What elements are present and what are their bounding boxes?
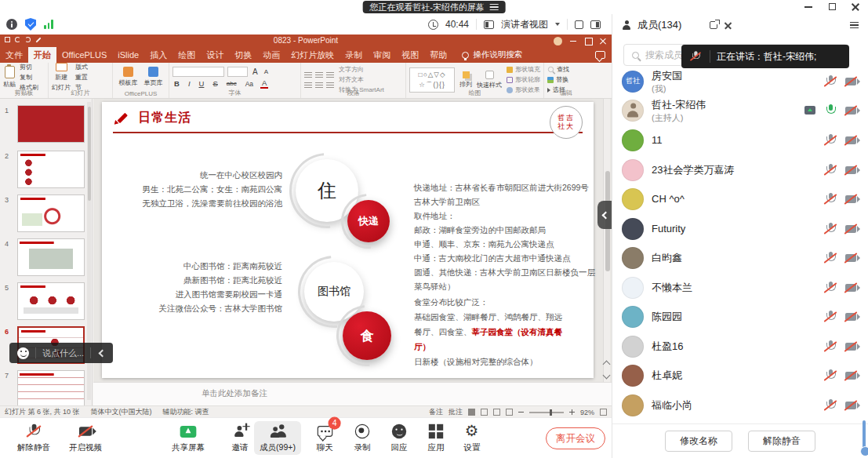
rename-button[interactable]: 修改名称 [665,431,732,452]
font-size-box[interactable] [227,67,248,77]
security-shield-icon[interactable] [25,18,36,31]
watching-banner[interactable]: 您正在观看哲社-宋绍伟的屏幕 [362,1,506,13]
tab-transitions[interactable]: 切换 [229,47,257,63]
slide-thumbnail-4[interactable] [17,238,85,276]
numbering-icon[interactable] [315,72,323,79]
find-button[interactable]: 查找 [557,65,569,74]
leave-meeting-button[interactable]: 离开会议 [546,427,605,449]
reset-button[interactable]: 重置 [75,73,88,82]
slide-thumbnail-3[interactable] [17,194,85,232]
new-slide-button[interactable]: 新建 幻灯片 [52,63,71,92]
toolbar-share-screen[interactable]: 共享屏幕 [166,423,210,453]
tab-record[interactable]: 录制 [340,47,368,63]
strikethrough-button[interactable]: abc [225,80,238,87]
underline-button[interactable]: U [198,79,206,88]
shadow-button[interactable]: S [211,79,219,88]
tab-review[interactable]: 审阅 [368,47,396,63]
text-direction-button[interactable]: 文字方向 [339,65,364,74]
ppt-close-button[interactable] [599,37,607,45]
slide-sorter-view-icon[interactable] [481,409,488,416]
arrange-button[interactable]: 排列 [459,71,472,89]
paste-button[interactable]: 粘贴 [3,66,16,89]
reaction-input-bar[interactable]: 说点什么... [9,343,113,363]
quick-styles-button[interactable]: 快速样式 [477,71,502,89]
page-library-button[interactable]: 单页库 [144,67,163,87]
comments-bubble-icon[interactable] [595,51,605,59]
toolbar-invite[interactable]: 邀请 [223,423,257,453]
shrink-font-button[interactable]: A [263,68,270,75]
member-row[interactable]: 不懒本兰 [612,273,868,302]
view-mode-caret[interactable] [555,23,560,26]
member-row[interactable]: 杜卓妮 [612,361,868,390]
restore-button[interactable] [827,2,837,11]
toolbar-start-video[interactable]: 开启视频 [66,423,105,453]
font-color-button[interactable]: A [260,78,268,89]
smiley-icon[interactable] [17,347,29,359]
toolbar-unmute[interactable]: 解除静音 [14,423,53,453]
slide-thumbnail-1[interactable] [17,105,85,143]
member-row[interactable]: 杜盈16 [612,332,868,361]
fit-to-window-icon[interactable] [600,409,607,416]
panel-menu-icon[interactable] [850,22,859,28]
view-mode-label[interactable]: 演讲者视图 [501,18,548,31]
align-text-button[interactable]: 对齐文本 [339,75,364,84]
tab-animations[interactable]: 动画 [257,47,285,63]
bold-button[interactable]: B [173,79,181,88]
indent-icon[interactable] [326,72,334,79]
circle-express[interactable]: 快递 [347,200,390,242]
panel-collapse-tab[interactable] [597,201,612,229]
notes-toggle[interactable]: 备注 [429,407,443,417]
canteen-text-block[interactable]: 食堂分布比较广泛： 基础园食堂、湖畔餐厅、鸿鹄餐厅、翔远 餐厅、四食堂、莘子园食… [414,295,602,369]
member-row[interactable]: Futurity [612,214,868,243]
popout-panel-icon[interactable] [710,21,717,29]
express-text-block[interactable]: 快递地址：吉林省长春市朝阳区前进大街2699号 吉林大学前卫南区 取件地址： 邮… [414,180,602,293]
close-button[interactable] [851,2,860,11]
panel-scrollbar[interactable] [863,420,866,452]
member-row[interactable]: 11 [612,125,868,154]
member-row[interactable]: 23社会学类万嘉涛 [612,155,868,184]
slide-canvas[interactable]: 日常生活 哲吉 社大 统一在中心校区校园内 男生：北苑二公寓；女生：南苑四公寓 … [102,102,594,378]
tab-home[interactable]: 开始 [28,47,56,63]
tab-islide[interactable]: iSlide [112,47,144,63]
member-row[interactable]: 白昀鑫 [612,243,868,272]
ppt-minimize-button[interactable] [569,37,577,45]
club-badge[interactable]: 哲吉 社大 [550,106,583,139]
tab-slideshow[interactable]: 幻灯片放映 [285,47,340,63]
side-panel-icon[interactable] [590,20,601,29]
slide-thumbnail-7[interactable] [17,370,85,405]
tab-view[interactable]: 视图 [396,47,424,63]
toolbar-settings[interactable]: ⚙ 设置 [455,423,489,453]
shape-fill-button[interactable]: 形状填充 [515,65,540,74]
housing-text-block[interactable]: 统一在中心校区校园内 男生：北苑二公寓；女生：南苑四公寓 无独立卫浴，洗澡需要前… [118,168,282,210]
reading-view-icon[interactable] [493,409,500,416]
slide-thumbnail-5[interactable] [17,282,85,320]
member-row-host[interactable]: 哲社-宋绍伟(主持人) [612,96,868,125]
tell-me-search[interactable]: 操作说明搜索 [462,47,522,63]
tab-insert[interactable]: 插入 [144,47,173,63]
font-name-box[interactable] [173,67,224,77]
minimize-button[interactable] [804,2,813,11]
account-avatar[interactable] [554,37,562,45]
toolbar-apps[interactable]: 应用 [419,423,453,453]
layout-button[interactable]: 版式 [75,63,88,71]
change-case-button[interactable]: Aa [244,80,255,88]
circle-food[interactable]: 食 [343,311,391,360]
member-row[interactable]: 哲社 房安国(我) [612,67,868,96]
meeting-info-icon[interactable] [6,19,17,30]
tab-file[interactable]: 文件 [0,47,28,63]
copy-button[interactable]: 复制 [20,73,32,82]
reaction-input-placeholder[interactable]: 说点什么... [42,347,84,359]
collapse-reaction-icon[interactable] [99,349,107,357]
slide-thumbnail-2[interactable] [17,151,85,188]
tab-officeplus[interactable]: OfficePLUS [56,47,112,63]
cut-button[interactable]: 剪切 [20,63,32,71]
toolbar-reactions[interactable]: 回应 [382,423,416,453]
tab-help[interactable]: 帮助 [424,47,452,63]
library-text-block[interactable]: 中心图书馆：距离南苑较近 鼎新图书馆：距离北苑较近 进入图书馆需要刷校园一卡通 … [141,259,282,315]
next-slide-button[interactable] [604,367,609,381]
toolbar-members[interactable]: 成员(99+) [254,421,301,455]
tab-design[interactable]: 设计 [201,47,229,63]
zoom-in-button[interactable] [569,409,575,415]
zoom-out-button[interactable] [518,412,524,413]
normal-view-icon[interactable] [468,409,475,416]
